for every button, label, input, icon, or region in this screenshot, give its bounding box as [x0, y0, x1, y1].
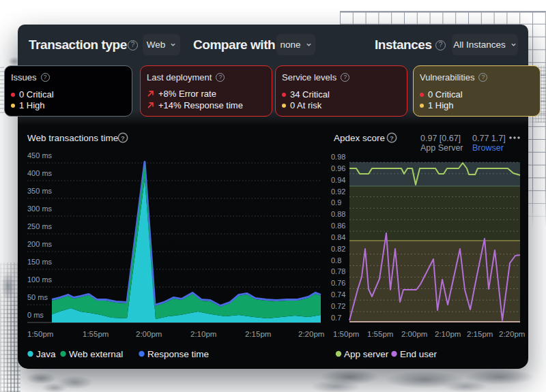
svg-text:0.88: 0.88 [331, 210, 345, 218]
svg-text:Java: Java [36, 349, 56, 359]
svg-text:2:20pm: 2:20pm [499, 330, 525, 338]
svg-text:300 ms: 300 ms [27, 205, 53, 213]
svg-text:App Server: App Server [420, 143, 463, 153]
svg-text:400 ms: 400 ms [27, 169, 53, 177]
svg-text:0.72: 0.72 [331, 302, 345, 310]
svg-text:Web external: Web external [69, 349, 123, 359]
svg-text:1:55pm: 1:55pm [83, 330, 109, 338]
svg-text:0.96: 0.96 [331, 164, 345, 172]
svg-text:450 ms: 450 ms [27, 151, 53, 160]
svg-text:0.98: 0.98 [331, 153, 345, 161]
svg-text:0.74: 0.74 [331, 290, 345, 299]
svg-text:0.82: 0.82 [331, 245, 345, 253]
svg-text:0.8: 0.8 [331, 256, 341, 265]
svg-text:200 ms: 200 ms [27, 240, 53, 248]
svg-text:2:00pm: 2:00pm [136, 330, 162, 338]
svg-text:0.78: 0.78 [331, 267, 345, 275]
svg-text:2:10pm: 2:10pm [190, 330, 216, 338]
svg-text:0.84: 0.84 [331, 233, 345, 241]
svg-text:?: ? [121, 134, 125, 142]
svg-text:150 ms: 150 ms [27, 258, 53, 266]
svg-text:100 ms: 100 ms [27, 275, 53, 284]
svg-text:1:50pm: 1:50pm [333, 330, 359, 338]
svg-text:0.92: 0.92 [331, 187, 345, 196]
svg-text:2:10pm: 2:10pm [435, 330, 461, 338]
svg-text:1:50pm: 1:50pm [27, 330, 53, 338]
svg-text:0.86: 0.86 [331, 222, 345, 230]
svg-text:350 ms: 350 ms [27, 187, 53, 195]
svg-text:250 ms: 250 ms [27, 222, 53, 230]
svg-text:0.7: 0.7 [331, 314, 341, 322]
svg-text:0.76: 0.76 [331, 279, 345, 287]
svg-text:2:20pm: 2:20pm [298, 330, 324, 338]
svg-text:Response time: Response time [147, 349, 209, 359]
svg-text:2:15pm: 2:15pm [245, 330, 271, 338]
svg-text:?: ? [390, 134, 394, 142]
svg-text:2:15pm: 2:15pm [467, 330, 493, 338]
svg-text:0 ms: 0 ms [27, 311, 44, 319]
svg-text:50 ms: 50 ms [27, 293, 48, 301]
svg-text:0.97 [0.67]: 0.97 [0.67] [420, 134, 461, 143]
svg-text:Browser: Browser [472, 143, 504, 153]
svg-text:0.94: 0.94 [331, 176, 345, 184]
svg-text:Web transactions time: Web transactions time [27, 133, 118, 143]
svg-text:App server: App server [344, 349, 389, 359]
svg-text:Apdex score: Apdex score [334, 133, 385, 143]
svg-text:2:00pm: 2:00pm [401, 330, 427, 338]
svg-text:0.9: 0.9 [331, 198, 341, 207]
svg-text:End user: End user [400, 349, 437, 359]
svg-text:1:55pm: 1:55pm [367, 330, 393, 338]
svg-text:0.77 1.7]: 0.77 1.7] [472, 134, 506, 143]
